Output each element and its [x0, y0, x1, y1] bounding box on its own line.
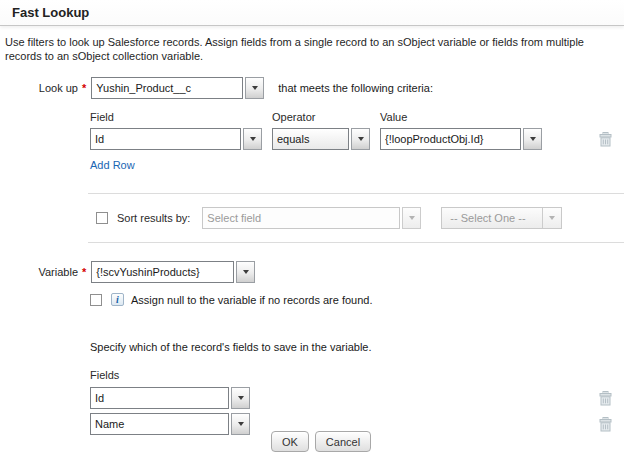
sort-checkbox[interactable] — [96, 212, 108, 224]
required-asterisk: * — [82, 82, 86, 94]
description-text: Use filters to look up Salesforce record… — [5, 35, 619, 63]
trash-icon — [599, 417, 612, 432]
sort-order-value: -- Select One -- — [442, 208, 542, 228]
criteria-text: that meets the following criteria: — [278, 82, 433, 94]
chevron-down-icon — [238, 422, 244, 426]
assign-null-row: i Assign null to the variable if no reco… — [90, 293, 624, 306]
info-icon: i — [111, 293, 124, 306]
ok-button[interactable]: OK — [271, 431, 309, 452]
variable-label: Variable — [0, 266, 78, 278]
operator-column-header: Operator — [272, 111, 380, 123]
sort-section: Sort results by: -- Select One -- — [88, 193, 624, 243]
delete-row-button[interactable] — [599, 391, 612, 406]
saved-field-input[interactable] — [90, 387, 229, 409]
chevron-down-icon — [243, 270, 249, 274]
delete-row-button[interactable] — [599, 132, 612, 147]
assign-null-checkbox[interactable] — [90, 294, 102, 306]
filter-operator-combobox — [272, 128, 370, 150]
saved-field-row — [90, 387, 624, 409]
filter-value-input[interactable] — [380, 128, 521, 150]
variable-combobox — [91, 261, 255, 283]
delete-row-button[interactable] — [599, 417, 612, 432]
filter-column-headers: Field Operator Value — [90, 111, 624, 123]
saved-field-input[interactable] — [90, 413, 229, 435]
fields-column-header: Fields — [90, 369, 624, 381]
chevron-down-icon — [252, 86, 258, 90]
dropdown-arrow-icon[interactable] — [245, 77, 264, 99]
value-column-header: Value — [380, 111, 407, 123]
filter-field-combobox — [90, 128, 262, 150]
saved-field-combobox — [90, 413, 250, 435]
trash-icon — [599, 391, 612, 406]
filter-operator-input[interactable] — [272, 128, 349, 150]
sort-label: Sort results by: — [117, 212, 190, 224]
dropdown-arrow-icon — [402, 207, 421, 229]
sort-order-select: -- Select One -- — [441, 207, 562, 229]
assign-null-label: Assign null to the variable if no record… — [131, 294, 373, 306]
chevron-down-icon — [549, 216, 555, 220]
lookup-label: Look up — [0, 82, 78, 94]
dropdown-arrow-icon[interactable] — [236, 261, 255, 283]
dialog-header: Fast Lookup — [0, 0, 624, 26]
lookup-object-combobox — [91, 77, 264, 99]
required-asterisk: * — [82, 266, 86, 278]
dropdown-arrow-icon — [542, 208, 561, 228]
dropdown-arrow-icon[interactable] — [351, 128, 370, 150]
chevron-down-icon — [238, 396, 244, 400]
fields-instruction: Specify which of the record's fields to … — [90, 341, 624, 353]
add-row-link[interactable]: Add Row — [90, 159, 135, 171]
sort-field-input — [202, 207, 400, 229]
saved-field-combobox — [90, 387, 250, 409]
dropdown-arrow-icon[interactable] — [523, 128, 542, 150]
chevron-down-icon — [530, 137, 536, 141]
variable-input[interactable] — [91, 261, 234, 283]
chevron-down-icon — [358, 137, 364, 141]
field-column-header: Field — [90, 111, 272, 123]
sort-field-combobox — [202, 207, 421, 229]
chevron-down-icon — [250, 137, 256, 141]
page-title: Fast Lookup — [12, 5, 89, 20]
filter-row — [90, 128, 624, 150]
dropdown-arrow-icon[interactable] — [243, 128, 262, 150]
fast-lookup-dialog: Fast Lookup Use filters to look up Sales… — [0, 0, 624, 464]
trash-icon — [599, 132, 612, 147]
dropdown-arrow-icon[interactable] — [231, 387, 250, 409]
lookup-row: Look up * that meets the following crite… — [0, 77, 624, 99]
dropdown-arrow-icon[interactable] — [231, 413, 250, 435]
filter-criteria-section: Field Operator Value — [90, 111, 624, 171]
filter-value-combobox — [380, 128, 542, 150]
variable-row: Variable * — [0, 261, 624, 283]
lookup-object-input[interactable] — [91, 77, 243, 99]
filter-field-input[interactable] — [90, 128, 241, 150]
chevron-down-icon — [409, 216, 415, 220]
cancel-button[interactable]: Cancel — [315, 431, 371, 452]
